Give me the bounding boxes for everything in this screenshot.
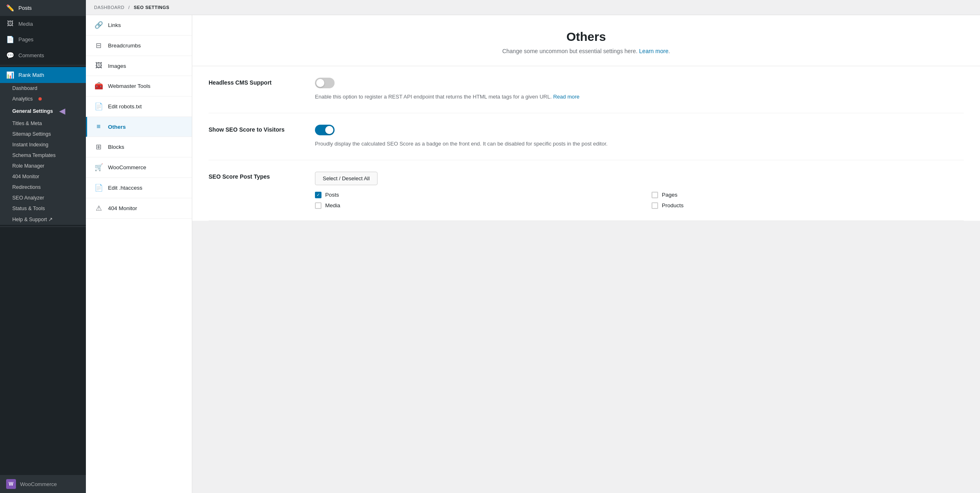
breadcrumb-separator: / [128, 5, 130, 10]
sidebar-item-titles-meta[interactable]: Titles & Meta [0, 118, 86, 129]
content-wrapper: 🔗 Links ⊟ Breadcrumbs 🖼 Images 🧰 Webmast… [86, 15, 980, 493]
comments-icon: 💬 [6, 52, 14, 59]
checkbox-media-box[interactable] [315, 202, 321, 209]
headless-cms-toggle-thumb [316, 79, 324, 87]
media-icon: 🖼 [6, 20, 14, 27]
sidebar-item-rankmath[interactable]: 📊 Rank Math [0, 67, 86, 83]
secondary-sidebar: 🔗 Links ⊟ Breadcrumbs 🖼 Images 🧰 Webmast… [86, 15, 192, 493]
sidebar-item-comments[interactable]: 💬 Comments [0, 47, 86, 63]
show-seo-score-description: Proudly display the calculated SEO Score… [315, 140, 964, 148]
headless-cms-description: Enable this option to register a REST AP… [315, 93, 964, 101]
seo-score-post-types-row: SEO Score Post Types Select / Deselect A… [209, 160, 964, 221]
sidebar-item-general-settings[interactable]: General Settings ◀ [0, 104, 86, 118]
webmaster-icon: 🧰 [94, 82, 103, 90]
sec-sidebar-404-monitor[interactable]: ⚠ 404 Monitor [86, 198, 192, 219]
sidebar-item-help-support[interactable]: Help & Support ↗ [0, 214, 86, 225]
sidebar-item-404-monitor[interactable]: 404 Monitor [0, 171, 86, 182]
woocommerce-icon: W [6, 479, 16, 489]
panel-header: Others Change some uncommon but essentia… [192, 15, 980, 66]
sidebar-item-posts[interactable]: ✏️ Posts [0, 0, 86, 16]
seo-score-post-types-label: SEO Score Post Types [209, 172, 299, 180]
headless-cms-row: Headless CMS Support Enable this option … [209, 66, 964, 113]
select-deselect-all-button[interactable]: Select / Deselect All [315, 172, 378, 185]
headless-cms-toggle[interactable] [315, 78, 335, 88]
rankmath-submenu: Dashboard Analytics General Settings ◀ T… [0, 83, 86, 225]
sec-sidebar-woocommerce[interactable]: 🛒 WooCommerce [86, 157, 192, 178]
rankmath-icon: 📊 [6, 71, 14, 79]
woocommerce-section: W WooCommerce [0, 475, 86, 493]
sidebar-item-dashboard[interactable]: Dashboard [0, 83, 86, 94]
seo-score-post-types-control: Select / Deselect All Posts Pages [315, 172, 964, 209]
checkbox-products: Products [652, 202, 964, 209]
checkbox-pages: Pages [652, 192, 964, 198]
sidebar-item-analytics[interactable]: Analytics [0, 94, 86, 104]
learn-more-link[interactable]: Learn more [639, 48, 669, 54]
sec-sidebar-others[interactable]: ≡ Others [86, 117, 192, 137]
arrow-pointer-icon: ◀ [59, 107, 65, 116]
main-content: DASHBOARD / SEO SETTINGS 🔗 Links ⊟ Bread… [86, 0, 980, 493]
sidebar-item-redirections[interactable]: Redirections [0, 182, 86, 193]
robots-icon: 📄 [94, 102, 103, 111]
show-seo-score-toggle-thumb [325, 126, 333, 134]
others-icon: ≡ [94, 123, 103, 131]
sidebar-item-status-tools[interactable]: Status & Tools [0, 203, 86, 214]
page-subtitle: Change some uncommon but essential setti… [209, 48, 964, 54]
checkbox-posts-box[interactable] [315, 192, 321, 198]
analytics-badge [38, 97, 42, 101]
show-seo-score-control: Proudly display the calculated SEO Score… [315, 125, 964, 148]
sec-sidebar-blocks[interactable]: ⊞ Blocks [86, 137, 192, 157]
sidebar-item-schema-templates[interactable]: Schema Templates [0, 150, 86, 161]
sec-sidebar-links[interactable]: 🔗 Links [86, 15, 192, 36]
htaccess-icon: 📄 [94, 184, 103, 192]
sidebar-item-media[interactable]: 🖼 Media [0, 16, 86, 31]
show-seo-score-toggle-track [315, 125, 335, 135]
headless-cms-label: Headless CMS Support [209, 78, 299, 86]
main-panel: Others Change some uncommon but essentia… [192, 15, 980, 493]
sec-sidebar-breadcrumbs[interactable]: ⊟ Breadcrumbs [86, 36, 192, 56]
headless-cms-read-more[interactable]: Read more [553, 94, 579, 100]
breadcrumbs-nav-icon: ⊟ [94, 41, 103, 50]
checkbox-media: Media [315, 202, 627, 209]
breadcrumb-dashboard: DASHBOARD [94, 5, 124, 10]
404-icon: ⚠ [94, 204, 103, 213]
headless-cms-toggle-track [315, 78, 335, 88]
show-seo-score-toggle[interactable] [315, 125, 335, 135]
headless-cms-control: Enable this option to register a REST AP… [315, 78, 964, 101]
post-types-checkbox-grid: Posts Pages Media [315, 192, 964, 209]
sidebar-item-sitemap-settings[interactable]: Sitemap Settings [0, 129, 86, 139]
sec-sidebar-edit-robots[interactable]: 📄 Edit robots.txt [86, 96, 192, 117]
left-sidebar: ✏️ Posts 🖼 Media 📄 Pages 💬 Comments 📊 Ra… [0, 0, 86, 493]
links-icon: 🔗 [94, 21, 103, 29]
pages-icon: 📄 [6, 36, 14, 43]
show-seo-score-label: Show SEO Score to Visitors [209, 125, 299, 133]
woo-nav-icon: 🛒 [94, 163, 103, 172]
checkbox-posts: Posts [315, 192, 627, 198]
sec-sidebar-edit-htaccess[interactable]: 📄 Edit .htaccess [86, 178, 192, 198]
posts-icon: ✏️ [6, 4, 14, 12]
checkbox-products-box[interactable] [652, 202, 658, 209]
show-seo-score-row: Show SEO Score to Visitors Proudly displ… [209, 113, 964, 160]
sidebar-item-instant-indexing[interactable]: Instant Indexing [0, 139, 86, 150]
breadcrumb-current: SEO SETTINGS [134, 5, 169, 10]
sidebar-item-seo-analyzer[interactable]: SEO Analyzer [0, 193, 86, 203]
page-title: Others [209, 30, 964, 44]
sec-sidebar-images[interactable]: 🖼 Images [86, 56, 192, 76]
sidebar-item-role-manager[interactable]: Role Manager [0, 161, 86, 171]
breadcrumb: DASHBOARD / SEO SETTINGS [86, 0, 980, 15]
panel-body: Headless CMS Support Enable this option … [192, 66, 980, 221]
sec-sidebar-webmaster-tools[interactable]: 🧰 Webmaster Tools [86, 76, 192, 96]
checkbox-pages-box[interactable] [652, 192, 658, 198]
images-icon: 🖼 [94, 62, 103, 70]
sidebar-item-pages[interactable]: 📄 Pages [0, 31, 86, 47]
blocks-icon: ⊞ [94, 143, 103, 151]
